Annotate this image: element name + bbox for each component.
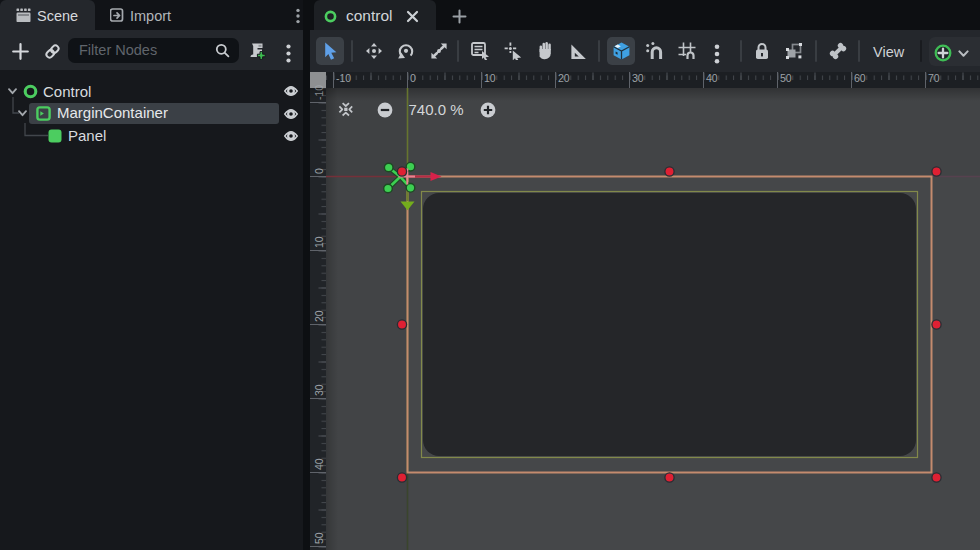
svg-text:30: 30 xyxy=(313,384,325,396)
svg-text:0: 0 xyxy=(313,168,325,174)
svg-text:70: 70 xyxy=(928,72,940,84)
svg-text:740.0 %: 740.0 % xyxy=(409,101,464,118)
svg-text:10: 10 xyxy=(484,72,496,84)
svg-text:20: 20 xyxy=(313,310,325,322)
svg-text:60: 60 xyxy=(854,72,866,84)
svg-text:30: 30 xyxy=(632,72,644,84)
svg-text:10: 10 xyxy=(313,236,325,248)
svg-text:0: 0 xyxy=(410,72,416,84)
svg-text:-10: -10 xyxy=(336,72,351,84)
svg-text:40: 40 xyxy=(313,458,325,470)
svg-text:50: 50 xyxy=(780,72,792,84)
svg-text:50: 50 xyxy=(313,532,325,544)
svg-text:40: 40 xyxy=(706,72,718,84)
svg-text:20: 20 xyxy=(558,72,570,84)
